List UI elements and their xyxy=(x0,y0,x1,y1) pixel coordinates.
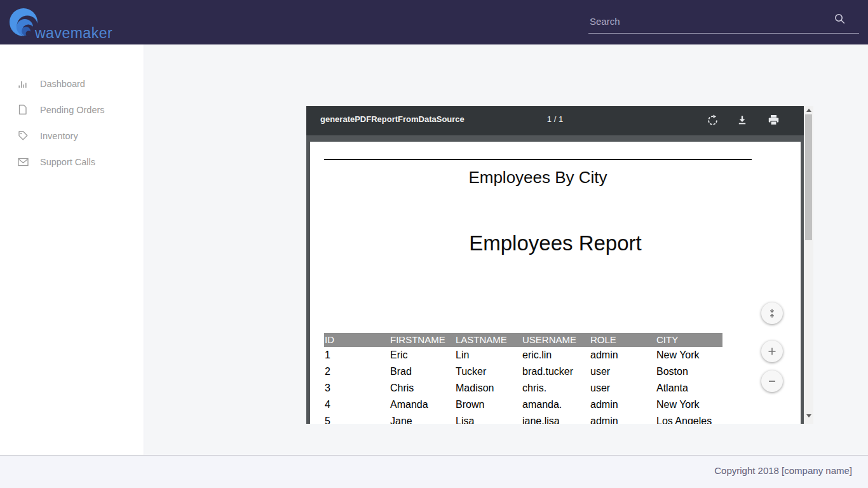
wavemaker-logo[interactable]: wavemaker xyxy=(8,4,135,41)
main-content: 1 / 1 generatePDFReportFromDataSource xyxy=(144,44,868,455)
report-title: Employees Report xyxy=(310,231,801,255)
cell-city: New York xyxy=(656,396,722,413)
employees-table: ID FIRSTNAME LASTNAME USERNAME ROLE CITY… xyxy=(324,333,722,424)
sidebar-item-label: Pending Orders xyxy=(40,105,105,115)
cell-role: admin xyxy=(590,413,656,424)
search-box xyxy=(588,8,859,34)
col-header: CITY xyxy=(656,333,722,347)
table-row: 5 Jane Lisa jane.lisa admin Los Angeles xyxy=(324,413,722,424)
cell-username: brad.tucker xyxy=(522,363,590,380)
cell-lastname: Madison xyxy=(455,380,522,396)
cell-id: 1 xyxy=(324,347,390,363)
print-icon[interactable] xyxy=(768,114,780,127)
cell-id: 2 xyxy=(324,363,390,380)
cell-role: admin xyxy=(590,347,656,363)
cell-role: user xyxy=(590,363,656,380)
sidebar-item-dashboard[interactable]: Dashboard xyxy=(0,71,144,97)
sidebar-item-pending-orders[interactable]: Pending Orders xyxy=(0,97,144,123)
file-icon xyxy=(18,104,29,115)
app-footer: Copyright 2018 [company name] xyxy=(0,455,868,488)
cell-firstname: Amanda xyxy=(390,396,455,413)
cell-firstname: Eric xyxy=(390,347,455,363)
cell-firstname: Brad xyxy=(390,363,455,380)
app-header: wavemaker xyxy=(0,0,868,44)
table-header-row: ID FIRSTNAME LASTNAME USERNAME ROLE CITY xyxy=(324,333,722,347)
sidebar-item-label: Dashboard xyxy=(40,79,85,89)
sidebar-item-label: Inventory xyxy=(40,131,78,141)
cell-id: 4 xyxy=(324,396,390,413)
logo-text: wavemaker xyxy=(35,25,112,42)
cell-username: jane.lisa xyxy=(522,413,590,424)
table-row: 2 Brad Tucker brad.tucker user Boston xyxy=(324,363,722,380)
plus-icon xyxy=(767,346,777,356)
pdf-viewer: 1 / 1 generatePDFReportFromDataSource xyxy=(306,106,813,424)
envelope-icon xyxy=(18,156,29,167)
fit-to-page-button[interactable] xyxy=(761,302,783,324)
col-header: ROLE xyxy=(590,333,656,347)
sidebar-nav: Dashboard Pending Orders Inventory Suppo… xyxy=(0,44,144,455)
cell-lastname: Tucker xyxy=(455,363,522,380)
table-row: 4 Amanda Brown amanda. admin New York xyxy=(324,396,722,413)
bar-chart-icon xyxy=(18,78,29,89)
table-row: 1 Eric Lin eric.lin admin New York xyxy=(324,347,722,363)
cell-role: user xyxy=(590,380,656,396)
cell-city: Los Angeles xyxy=(656,413,722,424)
col-header: FIRSTNAME xyxy=(390,333,455,347)
cell-username: chris. xyxy=(522,380,590,396)
rotate-icon[interactable] xyxy=(707,114,719,127)
cell-username: amanda. xyxy=(522,396,590,413)
cell-city: Boston xyxy=(656,363,722,380)
sidebar-item-support-calls[interactable]: Support Calls xyxy=(0,149,144,175)
scrollbar-thumb[interactable] xyxy=(805,114,812,240)
pdf-toolbar: 1 / 1 generatePDFReportFromDataSource xyxy=(306,106,804,135)
scroll-up-arrow-icon[interactable] xyxy=(804,106,813,114)
pdf-scrollbar xyxy=(804,106,813,424)
cell-city: New York xyxy=(656,347,722,363)
zoom-out-button[interactable] xyxy=(761,370,783,392)
search-input[interactable] xyxy=(590,13,831,29)
document-heading: Employees By City xyxy=(324,168,752,187)
cell-id: 3 xyxy=(324,380,390,396)
copyright-text: Copyright 2018 [company name] xyxy=(714,465,852,476)
download-icon[interactable] xyxy=(736,114,749,127)
pdf-page: Employees By City Employees Report ID FI… xyxy=(310,142,801,424)
cell-firstname: Jane xyxy=(390,413,455,424)
tag-icon xyxy=(18,130,29,141)
pdf-canvas-area: Employees By City Employees Report ID FI… xyxy=(306,135,804,424)
col-header: USERNAME xyxy=(522,333,590,347)
sidebar-item-inventory[interactable]: Inventory xyxy=(0,123,144,149)
sidebar-item-label: Support Calls xyxy=(40,157,95,167)
cell-username: eric.lin xyxy=(522,347,590,363)
header-rule xyxy=(324,159,752,160)
zoom-in-button[interactable] xyxy=(761,341,783,362)
cell-firstname: Chris xyxy=(390,380,455,396)
table-row: 3 Chris Madison chris. user Atlanta xyxy=(324,380,722,396)
cell-lastname: Brown xyxy=(455,396,522,413)
cell-city: Atlanta xyxy=(656,380,722,396)
pdf-title: generatePDFReportFromDataSource xyxy=(320,114,465,124)
minus-icon xyxy=(767,376,777,386)
cell-lastname: Lin xyxy=(455,347,522,363)
fit-to-page-icon xyxy=(767,308,777,318)
scroll-down-arrow-icon[interactable] xyxy=(804,412,813,420)
cell-lastname: Lisa xyxy=(455,413,522,424)
col-header: LASTNAME xyxy=(455,333,522,347)
col-header: ID xyxy=(324,333,390,347)
search-icon[interactable] xyxy=(834,13,845,24)
cell-role: admin xyxy=(590,396,656,413)
cell-id: 5 xyxy=(324,413,390,424)
